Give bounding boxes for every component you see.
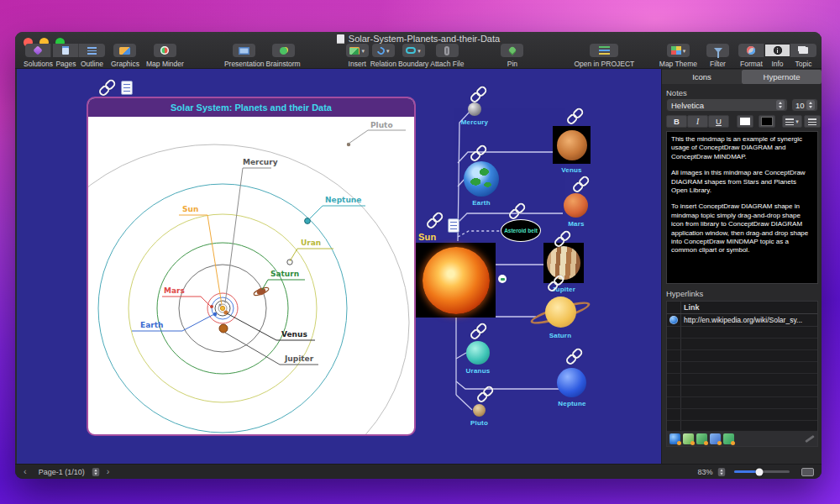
map-theme-icon — [671, 46, 681, 55]
root-topic-sun[interactable] — [416, 243, 496, 318]
empty-row — [667, 374, 817, 386]
add-web-link-button[interactable] — [669, 433, 680, 444]
list-style-button[interactable]: ▾ — [782, 115, 802, 128]
collapse-branch-icon[interactable] — [498, 275, 507, 283]
presentation-button[interactable]: Presentation — [224, 44, 265, 68]
font-size-select[interactable]: 10 — [791, 98, 818, 112]
venus-planet-image — [557, 130, 587, 160]
document-icon — [337, 34, 344, 44]
bold-button[interactable]: B — [666, 115, 687, 128]
hyperlinks-table: Link http://en.wikipedia.org/wiki/Solar_… — [666, 301, 818, 447]
boundary-icon — [406, 47, 416, 54]
diagram-card-header: Solar System: Planets and their Data — [88, 98, 414, 117]
info-icon — [774, 46, 782, 55]
format-icon — [747, 46, 755, 55]
notes-paragraph: To insert ConceptDraw DIAGRAM shape in m… — [671, 202, 813, 255]
fit-page-button[interactable] — [801, 468, 814, 476]
insert-button[interactable]: ▾ Insert — [346, 44, 369, 68]
map-minder-icon — [160, 46, 169, 55]
stepper-icon — [806, 100, 815, 110]
next-page-button[interactable]: › — [107, 467, 110, 476]
inspector-tabs: Icons Hypernote — [662, 70, 822, 84]
page-stepper[interactable] — [92, 467, 99, 475]
topic-uranus[interactable] — [466, 341, 490, 365]
hyperlinks-label: Hyperlinks — [666, 289, 703, 298]
underline-button[interactable]: U — [708, 115, 729, 128]
line-spacing-button[interactable] — [804, 115, 821, 128]
mindmap-canvas[interactable]: Solar System: Planets and their Data — [17, 69, 661, 464]
topic-asteroid-belt[interactable]: Asteroid belt — [501, 219, 541, 242]
zoom-stepper[interactable] — [718, 467, 726, 475]
format-button[interactable]: Format — [738, 44, 764, 68]
zoom-value: 83% — [697, 468, 712, 476]
topic-neptune[interactable] — [557, 368, 586, 397]
topic-pluto[interactable] — [473, 404, 486, 417]
tab-icons[interactable]: Icons — [662, 70, 742, 84]
orbit-label-venus: Venus — [281, 330, 307, 339]
info-button[interactable]: Info — [764, 44, 790, 68]
note-icon[interactable] — [448, 218, 459, 233]
zoom-slider-thumb[interactable] — [756, 468, 764, 475]
empty-row — [667, 386, 817, 397]
solar-system-diagram-card[interactable]: Solar System: Planets and their Data — [87, 97, 416, 436]
empty-row — [667, 362, 817, 374]
inspector-panel: Icons Hypernote Notes Helvetica 10 B I U… — [661, 69, 822, 464]
add-folder-link-button[interactable] — [696, 433, 707, 444]
orbit-label-earth: Earth — [140, 321, 163, 329]
zoom-slider[interactable] — [734, 470, 790, 473]
topic-venus[interactable] — [553, 126, 591, 164]
chevron-down-icon: ▾ — [386, 48, 390, 54]
sun-image — [423, 247, 490, 314]
outline-icon — [87, 47, 97, 55]
hyperlink-url: http://en.wikipedia.org/wiki/Solar_sy... — [684, 316, 802, 324]
topic-saturn[interactable] — [545, 297, 576, 328]
graphics-button[interactable]: Graphics — [111, 44, 139, 68]
list-icon — [785, 118, 794, 125]
orbit-label-saturn: Saturn — [270, 270, 299, 278]
toolbar-group-views: Solutions Pages Outline — [24, 44, 105, 68]
prev-page-button[interactable]: ‹ — [24, 467, 27, 476]
open-in-project-button[interactable]: Open in PROJECT — [574, 44, 634, 68]
status-bar: ‹ Page-1 (1/10) › 83% — [15, 464, 822, 479]
brainstorm-button[interactable]: Brainstorm — [266, 44, 301, 68]
boundary-button[interactable]: ▾ Boundary — [398, 44, 428, 68]
add-page-link-button[interactable] — [723, 433, 734, 444]
empty-row — [667, 397, 817, 409]
hyperlink-row[interactable]: http://en.wikipedia.org/wiki/Solar_sy... — [667, 314, 817, 327]
pages-button[interactable]: Pages — [53, 44, 79, 68]
italic-button[interactable]: I — [687, 115, 708, 128]
add-file-link-button[interactable] — [683, 433, 694, 444]
orbit-label-pluto: Pluto — [370, 121, 393, 129]
link-column-header: Link — [667, 302, 817, 314]
outline-button[interactable]: Outline — [79, 44, 105, 68]
text-color-black-swatch[interactable] — [759, 115, 775, 128]
solutions-button[interactable]: Solutions — [24, 44, 53, 68]
relation-button[interactable]: ▾ Relation — [370, 44, 396, 68]
attach-file-button[interactable]: Attach File — [430, 44, 464, 68]
tab-hypernote[interactable]: Hypernote — [742, 70, 822, 84]
text-color-white-swatch[interactable] — [737, 115, 753, 128]
pin-button[interactable]: Pin — [501, 44, 523, 68]
orbit-label-uran: Uran — [301, 239, 321, 247]
topic-button[interactable]: Topic — [790, 44, 816, 68]
notes-text-area[interactable]: This the mindmap is an example of synerg… — [666, 131, 818, 284]
topic-earth[interactable] — [464, 161, 499, 197]
map-theme-button[interactable]: ▾ Map Theme — [659, 44, 697, 68]
topic-label-neptune: Neptune — [549, 400, 595, 407]
filter-button[interactable]: Filter — [706, 44, 729, 68]
empty-row — [667, 409, 817, 421]
topic-mars[interactable] — [564, 193, 588, 218]
orbit-label-sun: Sun — [182, 205, 198, 213]
edit-link-icon[interactable] — [805, 434, 815, 442]
presentation-icon — [239, 47, 249, 55]
solutions-icon — [33, 45, 42, 55]
orbit-label-jupiter: Jupiter — [284, 354, 314, 363]
globe-icon — [669, 316, 678, 324]
map-minder-button[interactable]: Map Minder — [146, 44, 184, 68]
toolbar: Solutions Pages Outline Graphics Map Min… — [24, 44, 816, 69]
add-topic-link-button[interactable] — [710, 433, 721, 444]
font-select[interactable]: Helvetica — [666, 98, 788, 112]
insert-icon — [349, 47, 360, 55]
pages-icon — [62, 46, 69, 55]
note-icon[interactable] — [121, 81, 133, 95]
